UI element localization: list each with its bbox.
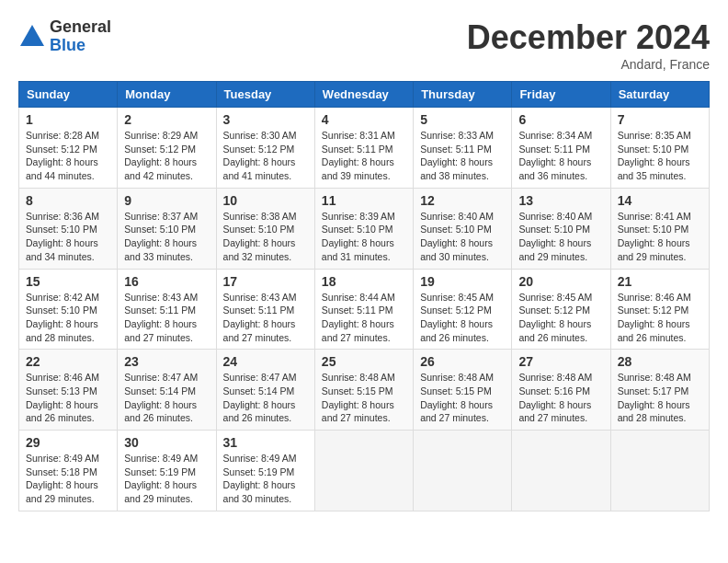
calendar-day-8: 8Sunrise: 8:36 AMSunset: 5:10 PMDaylight…	[19, 188, 118, 269]
calendar-day-20: 20Sunrise: 8:45 AMSunset: 5:12 PMDayligh…	[512, 269, 610, 350]
day-number: 13	[518, 193, 603, 208]
calendar-week-4: 22Sunrise: 8:46 AMSunset: 5:13 PMDayligh…	[19, 350, 710, 431]
calendar-week-5: 29Sunrise: 8:49 AMSunset: 5:18 PMDayligh…	[19, 431, 710, 511]
day-number: 28	[618, 354, 702, 369]
calendar-day-14: 14Sunrise: 8:41 AMSunset: 5:10 PMDayligh…	[610, 188, 709, 269]
col-saturday: Saturday	[610, 82, 709, 108]
logo-text: General Blue	[50, 18, 111, 55]
day-number: 18	[322, 274, 406, 289]
calendar-day-27: 27Sunrise: 8:48 AMSunset: 5:16 PMDayligh…	[512, 350, 610, 431]
calendar-day-26: 26Sunrise: 8:48 AMSunset: 5:15 PMDayligh…	[414, 350, 512, 431]
day-info: Sunrise: 8:35 AMSunset: 5:10 PMDaylight:…	[618, 129, 702, 183]
day-number: 20	[518, 274, 603, 289]
day-info: Sunrise: 8:48 AMSunset: 5:15 PMDaylight:…	[420, 371, 505, 425]
logo-general: General	[50, 18, 111, 37]
logo-icon	[18, 23, 46, 51]
calendar-day-6: 6Sunrise: 8:34 AMSunset: 5:11 PMDaylight…	[512, 108, 610, 189]
calendar-day-9: 9Sunrise: 8:37 AMSunset: 5:10 PMDaylight…	[118, 188, 216, 269]
day-number: 9	[124, 193, 209, 208]
day-number: 31	[223, 435, 308, 450]
day-number: 17	[223, 274, 308, 289]
calendar-day-11: 11Sunrise: 8:39 AMSunset: 5:10 PMDayligh…	[314, 188, 413, 269]
calendar-day-31: 31Sunrise: 8:49 AMSunset: 5:19 PMDayligh…	[216, 431, 314, 511]
calendar-day-3: 3Sunrise: 8:30 AMSunset: 5:12 PMDaylight…	[216, 108, 314, 189]
day-number: 21	[618, 274, 702, 289]
day-number: 1	[26, 112, 110, 127]
day-number: 23	[124, 354, 209, 369]
day-info: Sunrise: 8:29 AMSunset: 5:12 PMDaylight:…	[124, 129, 209, 183]
day-info: Sunrise: 8:41 AMSunset: 5:10 PMDaylight:…	[618, 210, 702, 264]
day-info: Sunrise: 8:34 AMSunset: 5:11 PMDaylight:…	[518, 129, 603, 183]
day-number: 10	[223, 193, 308, 208]
col-tuesday: Tuesday	[216, 82, 314, 108]
calendar-day-24: 24Sunrise: 8:47 AMSunset: 5:14 PMDayligh…	[216, 350, 314, 431]
day-number: 8	[26, 193, 110, 208]
svg-marker-0	[20, 25, 44, 46]
day-info: Sunrise: 8:30 AMSunset: 5:12 PMDaylight:…	[223, 129, 308, 183]
day-number: 16	[124, 274, 209, 289]
calendar-week-3: 15Sunrise: 8:42 AMSunset: 5:10 PMDayligh…	[19, 269, 710, 350]
day-info: Sunrise: 8:45 AMSunset: 5:12 PMDaylight:…	[420, 291, 505, 345]
day-info: Sunrise: 8:31 AMSunset: 5:11 PMDaylight:…	[322, 129, 406, 183]
location: Andard, France	[467, 57, 710, 72]
calendar-empty-cell	[610, 431, 709, 511]
day-info: Sunrise: 8:48 AMSunset: 5:17 PMDaylight:…	[618, 371, 702, 425]
day-number: 26	[420, 354, 505, 369]
calendar-day-15: 15Sunrise: 8:42 AMSunset: 5:10 PMDayligh…	[19, 269, 118, 350]
day-number: 3	[223, 112, 308, 127]
col-friday: Friday	[512, 82, 610, 108]
day-info: Sunrise: 8:46 AMSunset: 5:12 PMDaylight:…	[618, 291, 702, 345]
col-sunday: Sunday	[19, 82, 118, 108]
day-number: 11	[322, 193, 406, 208]
page-header: General Blue December 2024 Andard, Franc…	[18, 18, 710, 72]
calendar-day-7: 7Sunrise: 8:35 AMSunset: 5:10 PMDaylight…	[610, 108, 709, 189]
day-number: 7	[618, 112, 702, 127]
day-number: 15	[26, 274, 110, 289]
calendar-day-21: 21Sunrise: 8:46 AMSunset: 5:12 PMDayligh…	[610, 269, 709, 350]
day-info: Sunrise: 8:45 AMSunset: 5:12 PMDaylight:…	[518, 291, 603, 345]
calendar-empty-cell	[314, 431, 413, 511]
calendar-day-16: 16Sunrise: 8:43 AMSunset: 5:11 PMDayligh…	[118, 269, 216, 350]
calendar-day-18: 18Sunrise: 8:44 AMSunset: 5:11 PMDayligh…	[314, 269, 413, 350]
col-thursday: Thursday	[414, 82, 512, 108]
calendar-day-25: 25Sunrise: 8:48 AMSunset: 5:15 PMDayligh…	[314, 350, 413, 431]
calendar-day-10: 10Sunrise: 8:38 AMSunset: 5:10 PMDayligh…	[216, 188, 314, 269]
day-number: 27	[518, 354, 603, 369]
calendar-table: Sunday Monday Tuesday Wednesday Thursday…	[18, 81, 710, 511]
day-number: 2	[124, 112, 209, 127]
calendar-empty-cell	[512, 431, 610, 511]
day-number: 24	[223, 354, 308, 369]
day-number: 6	[518, 112, 603, 127]
calendar-day-4: 4Sunrise: 8:31 AMSunset: 5:11 PMDaylight…	[314, 108, 413, 189]
day-number: 5	[420, 112, 505, 127]
day-number: 19	[420, 274, 505, 289]
calendar-day-12: 12Sunrise: 8:40 AMSunset: 5:10 PMDayligh…	[414, 188, 512, 269]
day-info: Sunrise: 8:49 AMSunset: 5:19 PMDaylight:…	[223, 452, 308, 506]
day-number: 30	[124, 435, 209, 450]
calendar-day-13: 13Sunrise: 8:40 AMSunset: 5:10 PMDayligh…	[512, 188, 610, 269]
calendar-empty-cell	[414, 431, 512, 511]
calendar-day-17: 17Sunrise: 8:43 AMSunset: 5:11 PMDayligh…	[216, 269, 314, 350]
calendar-day-23: 23Sunrise: 8:47 AMSunset: 5:14 PMDayligh…	[118, 350, 216, 431]
day-number: 14	[618, 193, 702, 208]
calendar-day-29: 29Sunrise: 8:49 AMSunset: 5:18 PMDayligh…	[19, 431, 118, 511]
day-info: Sunrise: 8:43 AMSunset: 5:11 PMDaylight:…	[223, 291, 308, 345]
calendar-header-row: Sunday Monday Tuesday Wednesday Thursday…	[19, 82, 710, 108]
day-info: Sunrise: 8:39 AMSunset: 5:10 PMDaylight:…	[322, 210, 406, 264]
day-info: Sunrise: 8:40 AMSunset: 5:10 PMDaylight:…	[420, 210, 505, 264]
day-number: 25	[322, 354, 406, 369]
day-info: Sunrise: 8:36 AMSunset: 5:10 PMDaylight:…	[26, 210, 110, 264]
day-info: Sunrise: 8:46 AMSunset: 5:13 PMDaylight:…	[26, 371, 110, 425]
day-number: 12	[420, 193, 505, 208]
day-info: Sunrise: 8:37 AMSunset: 5:10 PMDaylight:…	[124, 210, 209, 264]
calendar-day-1: 1Sunrise: 8:28 AMSunset: 5:12 PMDaylight…	[19, 108, 118, 189]
day-info: Sunrise: 8:47 AMSunset: 5:14 PMDaylight:…	[223, 371, 308, 425]
day-info: Sunrise: 8:44 AMSunset: 5:11 PMDaylight:…	[322, 291, 406, 345]
day-info: Sunrise: 8:40 AMSunset: 5:10 PMDaylight:…	[518, 210, 603, 264]
day-info: Sunrise: 8:43 AMSunset: 5:11 PMDaylight:…	[124, 291, 209, 345]
day-info: Sunrise: 8:49 AMSunset: 5:19 PMDaylight:…	[124, 452, 209, 506]
calendar-day-22: 22Sunrise: 8:46 AMSunset: 5:13 PMDayligh…	[19, 350, 118, 431]
logo-blue: Blue	[50, 37, 111, 55]
col-monday: Monday	[118, 82, 216, 108]
calendar-day-19: 19Sunrise: 8:45 AMSunset: 5:12 PMDayligh…	[414, 269, 512, 350]
